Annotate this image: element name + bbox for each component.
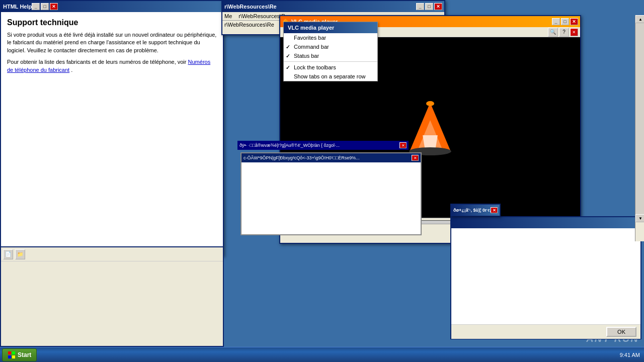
small-dialog1-close-btn[interactable]: ✕ bbox=[491, 207, 498, 213]
vlc-restore-btn[interactable]: □ bbox=[561, 18, 569, 25]
browser-close-btn[interactable]: ✕ bbox=[434, 3, 442, 10]
html-help-close-btn[interactable]: ✕ bbox=[50, 3, 58, 10]
context-menu-lock[interactable]: ✓ Lock the toolbars bbox=[284, 63, 377, 72]
html-help-para2-end: . bbox=[71, 67, 72, 73]
browser-titlebar[interactable]: r\WebResources\Re _ □ ✕ bbox=[222, 1, 444, 12]
favorites-bar-label: Favorites bar bbox=[294, 35, 326, 41]
small-dialog1-titlebar[interactable]: ðø+¿¡ã'·, $ù)¦ 0r·r... ✕ bbox=[451, 205, 500, 216]
garbled-window1: ðÿ•· ·□□å®wvæ¾é|!?g]Au®T4'_WÒþ!àn { ôzgo… bbox=[237, 141, 409, 153]
html-help-bottom-toolbar: 📄 📁 bbox=[1, 247, 223, 261]
garbled-content2 bbox=[242, 162, 421, 234]
vlc-window-controls: _ □ ✕ bbox=[552, 18, 578, 25]
help-icon-folder[interactable]: 📁 bbox=[15, 249, 25, 259]
right-scrollbar-panel: ▲ ▼ bbox=[635, 15, 644, 241]
help-icon-book[interactable]: 📄 bbox=[3, 249, 13, 259]
windows-logo-icon bbox=[8, 351, 16, 359]
start-label: Start bbox=[18, 351, 31, 358]
small-dialog1-title: ðø+¿¡ã'·, $ù)¦ 0r·r... bbox=[453, 208, 491, 213]
garbled-close2-btn[interactable]: ✕ bbox=[412, 155, 419, 161]
browser-address-label2: r\WebResources\Re bbox=[224, 22, 274, 28]
vlc-inner-close-btn[interactable]: ✕ bbox=[570, 28, 578, 36]
garbled-window2: c-ÔÃW*9ÕPN|gF[Ðbxyg²cQô<-33+\g9Ô!H0¹□□ÈR… bbox=[240, 152, 422, 235]
html-help-para2-text: Pour obtenir la liste des fabricants et … bbox=[7, 59, 188, 65]
context-menu-favorites[interactable]: Favorites bar bbox=[284, 33, 377, 42]
scroll-up-btn[interactable]: ▲ bbox=[635, 15, 644, 23]
desktop: HTML Help _ □ ✕ Support technique Si vot… bbox=[0, 0, 644, 362]
start-button[interactable]: Start bbox=[2, 348, 37, 361]
svg-rect-8 bbox=[12, 355, 15, 358]
show-tabs-label: Show tabs on a separate row bbox=[294, 73, 365, 79]
html-help-paragraph2: Pour obtenir la liste des fabricants et … bbox=[7, 58, 217, 74]
html-help-titlebar[interactable]: HTML Help _ □ ✕ bbox=[1, 1, 223, 12]
html-help-paragraph1: Si votre produit vous a été livré déjà i… bbox=[7, 31, 217, 54]
browser-minimize-btn[interactable]: _ bbox=[416, 3, 424, 10]
status-bar-label: Status bar bbox=[294, 53, 319, 59]
html-help-maximize-btn[interactable]: □ bbox=[41, 3, 49, 10]
context-menu-tabs[interactable]: Show tabs on a separate row bbox=[284, 72, 377, 81]
context-menu-separator bbox=[284, 61, 377, 62]
small-dialog1: ðø+¿¡ã'·, $ù)¦ 0r·r... ✕ bbox=[450, 204, 501, 216]
vlc-cone-graphic bbox=[403, 98, 458, 158]
html-help-bottom-panel: 📄 📁 bbox=[0, 246, 224, 347]
context-menu-status[interactable]: ✓ Status bar bbox=[284, 51, 377, 60]
bottom-right-dialog-content bbox=[451, 228, 640, 324]
garbled-title2-text: c-ÔÃW*9ÕPN|gF[Ðbxyg²cQô<-33+\g9Ô!H0¹□□ÈR… bbox=[244, 155, 412, 160]
html-help-window: HTML Help _ □ ✕ Support technique Si vot… bbox=[0, 0, 224, 256]
svg-point-4 bbox=[426, 101, 434, 106]
garbled-title1-text: ðÿ•· ·□□å®wvæ¾é|!?g]Au®T4'_WÒþ!àn { ôzgo… bbox=[239, 143, 399, 148]
bottom-right-dialog: OK bbox=[450, 216, 641, 339]
svg-rect-5 bbox=[8, 351, 11, 354]
html-help-page-title: Support technique bbox=[7, 18, 217, 27]
vlc-help-btn[interactable]: ? bbox=[559, 28, 569, 37]
html-help-title-text: HTML Help bbox=[3, 4, 32, 10]
garbled-titlebar1[interactable]: ðÿ•· ·□□å®wvæ¾é|!?g]Au®T4'_WÒþ!àn { ôzgo… bbox=[237, 141, 409, 150]
vlc-minimize-btn[interactable]: _ bbox=[552, 18, 560, 25]
vlc-close-btn[interactable]: ✕ bbox=[570, 18, 578, 25]
browser-maximize-btn[interactable]: □ bbox=[425, 3, 433, 10]
context-menu-title: VLC media player bbox=[284, 22, 377, 33]
ok-button[interactable]: OK bbox=[606, 327, 636, 337]
context-menu: VLC media player Favorites bar ✓ Command… bbox=[283, 22, 378, 81]
svg-rect-6 bbox=[12, 351, 15, 354]
html-help-minimize-btn[interactable]: _ bbox=[32, 3, 40, 10]
scroll-down-btn[interactable]: ▼ bbox=[635, 214, 644, 222]
garbled-titlebar2[interactable]: c-ÔÃW*9ÕPN|gF[Ðbxyg²cQô<-33+\g9Ô!H0¹□□ÈR… bbox=[242, 153, 421, 162]
browser-address-label: Me bbox=[224, 13, 232, 19]
browser-window-controls: _ □ ✕ bbox=[416, 3, 442, 10]
bottom-right-dialog-footer: OK bbox=[451, 324, 640, 339]
context-menu-command[interactable]: ✓ Command bar bbox=[284, 42, 377, 51]
scroll-track[interactable] bbox=[635, 23, 644, 214]
bottom-right-dialog-title[interactable] bbox=[451, 217, 640, 228]
taskbar-clock: 9:41 AM bbox=[616, 352, 644, 358]
html-help-window-controls: _ □ ✕ bbox=[32, 3, 58, 10]
html-help-content: Support technique Si votre produit vous … bbox=[1, 12, 223, 255]
browser-title-text: r\WebResources\Re bbox=[224, 4, 416, 10]
svg-rect-7 bbox=[8, 355, 11, 358]
garbled-close1-btn[interactable]: ✕ bbox=[399, 142, 407, 148]
vlc-search-btn[interactable]: 🔍 bbox=[548, 28, 558, 37]
lock-toolbars-label: Lock the toolbars bbox=[294, 64, 336, 70]
command-bar-label: Command bar bbox=[294, 44, 329, 50]
taskbar: Start 9:41 AM bbox=[0, 347, 644, 362]
